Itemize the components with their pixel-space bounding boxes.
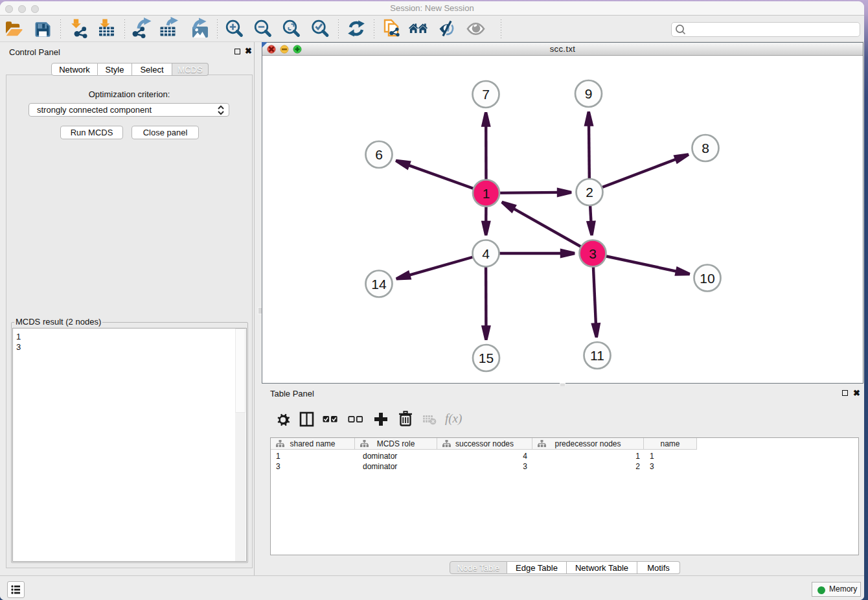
svg-text:10: 10	[700, 271, 714, 286]
svg-text:8: 8	[702, 141, 709, 156]
svg-text:4: 4	[482, 246, 490, 261]
svg-text:3: 3	[589, 246, 597, 261]
svg-text:14: 14	[371, 277, 387, 292]
svg-text:7: 7	[482, 87, 490, 102]
svg-text:2: 2	[586, 185, 593, 200]
svg-text:15: 15	[479, 351, 494, 365]
svg-text:11: 11	[590, 348, 604, 363]
svg-text:9: 9	[585, 86, 593, 101]
svg-text:1: 1	[483, 186, 490, 201]
svg-text:6: 6	[375, 147, 383, 162]
